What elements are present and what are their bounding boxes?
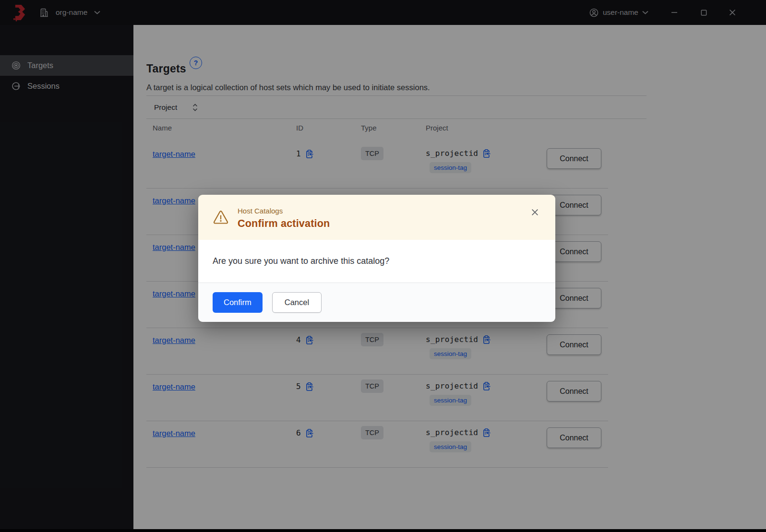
confirm-button[interactable]: Confirm bbox=[213, 292, 263, 313]
dialog-title: Confirm activation bbox=[238, 218, 330, 230]
cancel-button[interactable]: Cancel bbox=[272, 292, 322, 313]
confirm-dialog: Host Catalogs Confirm activation Are you… bbox=[198, 195, 555, 322]
close-icon[interactable] bbox=[529, 206, 541, 218]
dialog-tagline: Host Catalogs bbox=[238, 207, 330, 215]
dialog-body-text: Are you sure you want to archive this ca… bbox=[198, 240, 555, 283]
dialog-header: Host Catalogs Confirm activation bbox=[198, 195, 555, 240]
dialog-footer: Confirm Cancel bbox=[198, 283, 555, 322]
alert-triangle-icon bbox=[213, 210, 229, 230]
